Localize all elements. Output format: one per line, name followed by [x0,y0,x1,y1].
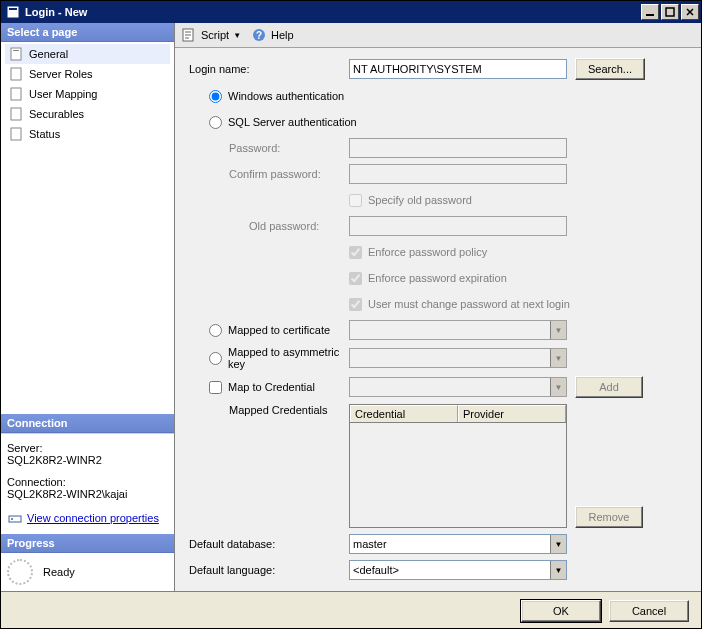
page-icon [9,46,25,62]
svg-rect-9 [11,128,21,140]
chevron-down-icon: ▼ [550,321,566,339]
old-password-input [349,216,567,236]
default-database-combo[interactable]: master ▼ [349,534,567,554]
password-label: Password: [189,142,349,154]
sidebar-item-label: Status [29,128,60,140]
script-button[interactable]: Script ▼ [181,27,241,43]
page-icon [9,86,25,102]
svg-rect-4 [11,48,21,60]
sidebar-item-label: User Mapping [29,88,97,100]
svg-rect-5 [13,50,19,51]
connection-label: Connection: [7,476,168,488]
ok-button[interactable]: OK [521,600,601,622]
confirm-password-label: Confirm password: [189,168,349,180]
svg-rect-7 [11,88,21,100]
chevron-down-icon: ▼ [550,349,566,367]
provider-column-header: Provider [458,405,566,422]
svg-point-11 [11,518,13,520]
connection-value: SQL2K8R2-WINR2\kajai [7,488,168,500]
sidebar-item-status[interactable]: Status [5,124,170,144]
chevron-down-icon[interactable]: ▼ [550,561,566,579]
script-icon [181,27,197,43]
close-button[interactable] [681,4,699,20]
view-connection-properties-link[interactable]: View connection properties [7,510,168,526]
svg-rect-0 [7,6,19,18]
chevron-down-icon: ▼ [550,378,566,396]
credential-combo: ▼ [349,377,567,397]
cancel-button[interactable]: Cancel [609,600,689,622]
sidebar: Select a page General Server Roles User … [1,23,175,591]
progress-header: Progress [1,534,174,553]
sidebar-item-label: Server Roles [29,68,93,80]
properties-icon [7,510,23,526]
enforce-policy-checkbox: Enforce password policy [349,246,487,259]
chevron-down-icon[interactable]: ▼ [550,535,566,553]
default-database-label: Default database: [189,538,349,550]
mapped-credentials-table: Credential Provider [349,404,567,528]
help-icon: ? [251,27,267,43]
default-language-combo[interactable]: <default> ▼ [349,560,567,580]
confirm-password-input [349,164,567,184]
app-icon [5,4,21,20]
sidebar-item-label: Securables [29,108,84,120]
password-input [349,138,567,158]
mapped-to-certificate-radio[interactable]: Mapped to certificate [209,324,349,337]
svg-rect-1 [9,8,17,10]
mapped-credentials-label: Mapped Credentials [189,404,349,416]
page-icon [9,66,25,82]
maximize-button[interactable] [661,4,679,20]
remove-button: Remove [575,506,643,528]
svg-rect-2 [646,14,654,16]
sidebar-item-server-roles[interactable]: Server Roles [5,64,170,84]
svg-text:?: ? [256,30,262,41]
svg-rect-6 [11,68,21,80]
help-button[interactable]: ? Help [251,27,294,43]
page-icon [9,126,25,142]
default-language-label: Default language: [189,564,349,576]
add-button: Add [575,376,643,398]
window-title: Login - New [25,6,641,18]
asymmetric-key-combo: ▼ [349,348,567,368]
progress-status: Ready [43,566,75,578]
certificate-combo: ▼ [349,320,567,340]
sidebar-item-general[interactable]: General [5,44,170,64]
enforce-expiration-checkbox: Enforce password expiration [349,272,507,285]
map-to-credential-checkbox[interactable]: Map to Credential [209,381,349,394]
toolbar: Script ▼ ? Help [175,23,701,48]
server-value: SQL2K8R2-WINR2 [7,454,168,466]
windows-auth-radio[interactable]: Windows authentication [209,90,344,103]
svg-rect-8 [11,108,21,120]
dropdown-icon: ▼ [233,31,241,40]
minimize-button[interactable] [641,4,659,20]
connection-header: Connection [1,414,174,433]
svg-rect-3 [666,8,674,16]
dialog-footer: OK Cancel [1,591,701,629]
sidebar-item-user-mapping[interactable]: User Mapping [5,84,170,104]
login-name-input[interactable] [349,59,567,79]
sidebar-item-label: General [29,48,68,60]
svg-rect-10 [9,516,21,522]
mapped-to-asymmetric-radio[interactable]: Mapped to asymmetric key [209,346,349,370]
login-name-label: Login name: [189,63,349,75]
titlebar: Login - New [1,1,701,23]
page-icon [9,106,25,122]
progress-spinner-icon [7,559,33,585]
select-page-header: Select a page [1,23,174,42]
must-change-password-checkbox: User must change password at next login [349,298,570,311]
old-password-label: Old password: [189,220,349,232]
sql-auth-radio[interactable]: SQL Server authentication [209,116,357,129]
credential-column-header: Credential [350,405,458,422]
specify-old-password-checkbox: Specify old password [349,194,472,207]
search-button[interactable]: Search... [575,58,645,80]
server-label: Server: [7,442,168,454]
sidebar-item-securables[interactable]: Securables [5,104,170,124]
